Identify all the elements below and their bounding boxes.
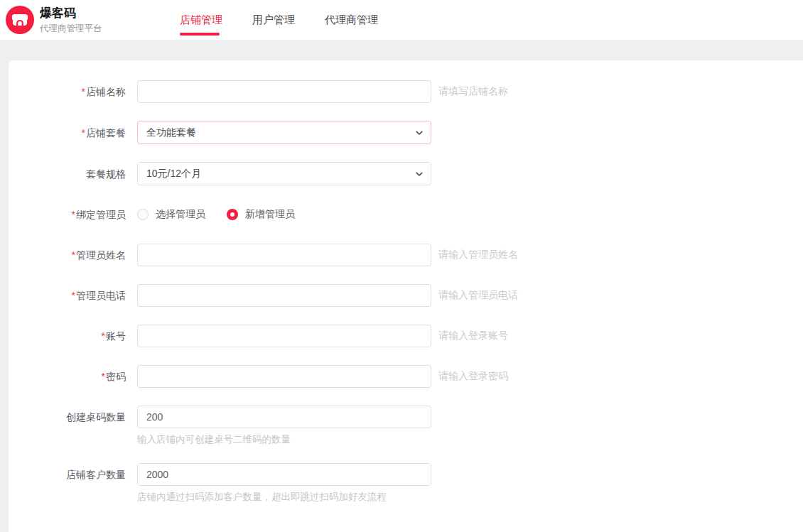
shop-package-label: *店铺套餐 bbox=[9, 121, 126, 144]
required-mark: * bbox=[72, 209, 75, 220]
shop-package-select[interactable]: 全功能套餐 bbox=[137, 121, 431, 144]
chevron-down-icon bbox=[415, 170, 424, 178]
account-input[interactable] bbox=[137, 325, 431, 347]
account-label: *账号 bbox=[9, 325, 126, 347]
field-row-shop-package: *店铺套餐 全功能套餐 bbox=[9, 121, 803, 144]
package-spec-label: 套餐规格 bbox=[9, 163, 126, 185]
form-card: *店铺名称 请填写店铺名称 *店铺套餐 全功能套餐 套餐规格 bbox=[9, 60, 803, 532]
shop-package-value: 全功能套餐 bbox=[146, 126, 196, 139]
tab-agent-management[interactable]: 代理商管理 bbox=[325, 0, 378, 40]
field-row-password: *密码 请输入登录密码 bbox=[9, 365, 803, 388]
customer-count-input[interactable] bbox=[137, 463, 431, 486]
radio-checked-icon bbox=[227, 209, 238, 220]
tab-label: 店铺管理 bbox=[180, 13, 222, 27]
field-row-bind-admin: *绑定管理员 选择管理员 新增管理员 bbox=[9, 203, 803, 226]
radio-new-admin[interactable]: 新增管理员 bbox=[227, 208, 295, 221]
tab-shop-management[interactable]: 店铺管理 bbox=[180, 0, 222, 40]
bind-admin-label: *绑定管理员 bbox=[9, 203, 126, 226]
package-spec-select[interactable]: 10元/12个月 bbox=[137, 162, 431, 185]
shop-name-label: *店铺名称 bbox=[9, 80, 126, 103]
tab-label: 用户管理 bbox=[252, 13, 295, 27]
tab-user-management[interactable]: 用户管理 bbox=[252, 0, 295, 40]
required-mark: * bbox=[82, 127, 85, 139]
radio-new-admin-label: 新增管理员 bbox=[245, 208, 295, 221]
admin-phone-input[interactable] bbox=[137, 284, 431, 307]
create-shop-form: *店铺名称 请填写店铺名称 *店铺套餐 全功能套餐 套餐规格 bbox=[9, 60, 803, 504]
tab-label: 代理商管理 bbox=[325, 13, 378, 27]
field-row-shop-name: *店铺名称 请填写店铺名称 bbox=[9, 80, 803, 103]
chevron-down-icon bbox=[415, 129, 424, 137]
account-hint: 请输入登录账号 bbox=[438, 330, 508, 342]
customer-count-help: 店铺内通过扫码添加客户数量，超出即跳过扫码加好友流程 bbox=[137, 490, 431, 504]
bind-admin-radio-group: 选择管理员 新增管理员 bbox=[137, 203, 295, 226]
table-code-count-label: 创建桌码数量 bbox=[9, 406, 126, 428]
password-label: *密码 bbox=[9, 365, 126, 388]
storefront-icon bbox=[6, 6, 34, 34]
admin-name-hint: 请输入管理员姓名 bbox=[438, 249, 518, 261]
admin-name-input[interactable] bbox=[137, 244, 431, 266]
brand-text: 爆客码 代理商管理平台 bbox=[40, 5, 102, 35]
field-row-account: *账号 请输入登录账号 bbox=[9, 325, 803, 347]
required-mark: * bbox=[72, 249, 75, 261]
field-row-admin-name: *管理员姓名 请输入管理员姓名 bbox=[9, 244, 803, 266]
required-mark: * bbox=[102, 330, 105, 342]
admin-phone-label: *管理员电话 bbox=[9, 284, 126, 307]
app-header: 爆客码 代理商管理平台 店铺管理 用户管理 代理商管理 bbox=[0, 0, 803, 40]
required-mark: * bbox=[102, 371, 105, 382]
field-row-package-spec: 套餐规格 10元/12个月 bbox=[9, 162, 803, 185]
required-mark: * bbox=[82, 86, 85, 97]
field-row-admin-phone: *管理员电话 请输入管理员电话 bbox=[9, 284, 803, 307]
customer-count-label: 店铺客户数量 bbox=[9, 463, 126, 486]
package-spec-value: 10元/12个月 bbox=[146, 168, 201, 180]
brand-subtitle: 代理商管理平台 bbox=[40, 22, 102, 35]
table-code-count-help: 输入店铺内可创建桌号二维码的数量 bbox=[137, 433, 431, 446]
active-tab-underline bbox=[180, 33, 220, 36]
shop-name-hint: 请填写店铺名称 bbox=[438, 85, 508, 98]
radio-select-admin-label: 选择管理员 bbox=[156, 208, 205, 221]
password-input[interactable] bbox=[137, 365, 431, 388]
admin-name-label: *管理员姓名 bbox=[9, 244, 126, 266]
brand-title: 爆客码 bbox=[40, 5, 102, 22]
table-code-count-input[interactable] bbox=[137, 406, 431, 428]
brand-logo bbox=[6, 6, 34, 34]
shop-name-input[interactable] bbox=[137, 80, 431, 103]
admin-phone-hint: 请输入管理员电话 bbox=[438, 289, 518, 302]
radio-select-admin[interactable]: 选择管理员 bbox=[137, 208, 205, 221]
required-mark: * bbox=[72, 290, 75, 301]
field-row-customer-count: 店铺客户数量 店铺内通过扫码添加客户数量，超出即跳过扫码加好友流程 bbox=[9, 463, 803, 504]
radio-unchecked-icon bbox=[137, 209, 149, 220]
main-nav-tabs: 店铺管理 用户管理 代理商管理 bbox=[180, 0, 408, 40]
field-row-table-code-count: 创建桌码数量 输入店铺内可创建桌号二维码的数量 bbox=[9, 406, 803, 446]
password-hint: 请输入登录密码 bbox=[438, 370, 508, 383]
